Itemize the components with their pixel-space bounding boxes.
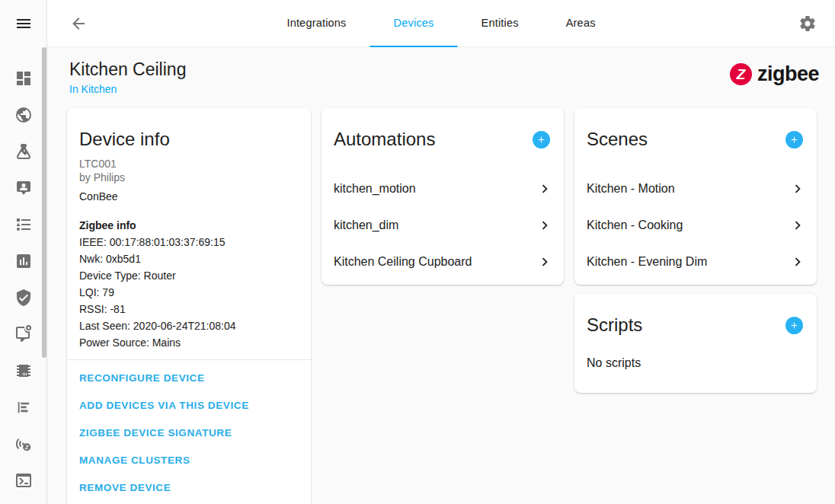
- chevron-right-icon: [789, 180, 806, 197]
- top-bar: Integrations Devices Entities Areas: [47, 0, 835, 47]
- sidebar-nav: Z: [0, 47, 46, 499]
- add-devices-via-device-button[interactable]: Add Devices Via This Device: [67, 391, 261, 419]
- device-model: LTC001: [79, 157, 299, 171]
- attr-rssi: RSSI: -81: [79, 301, 299, 317]
- scene-label: Kitchen - Motion: [587, 182, 675, 196]
- list-bulleted-icon: [14, 215, 33, 234]
- automations-card: Automations kitchen_motion kitchen_dim: [322, 108, 564, 285]
- flask-icon: [14, 142, 33, 161]
- dashboard-icon: [14, 69, 33, 88]
- area-link[interactable]: In Kitchen: [69, 83, 117, 95]
- chevron-right-icon: [536, 180, 553, 197]
- main-area: Integrations Devices Entities Areas Kitc…: [47, 0, 835, 504]
- tab-areas[interactable]: Areas: [542, 0, 619, 47]
- tab-devices[interactable]: Devices: [370, 0, 458, 47]
- tab-entities[interactable]: Entities: [458, 0, 542, 47]
- automation-label: kitchen_dim: [334, 219, 398, 232]
- plus-icon: [536, 135, 546, 145]
- device-manufacturer: by Philips: [79, 171, 299, 184]
- hamburger-icon: [14, 14, 33, 33]
- sidebar: Z: [0, 0, 47, 504]
- automation-row[interactable]: Kitchen Ceiling Cupboard: [322, 244, 564, 280]
- chart-timeline-icon: [14, 398, 33, 416]
- manage-clusters-button[interactable]: Manage Clusters: [67, 446, 203, 474]
- sidebar-item-appdaemon[interactable]: [0, 352, 46, 389]
- sidebar-item-supervisor[interactable]: [0, 279, 46, 316]
- attr-device-type: Device Type: Router: [79, 267, 299, 284]
- plus-icon: [789, 135, 799, 145]
- config-tabs: Integrations Devices Entities Areas: [263, 0, 619, 47]
- back-button[interactable]: [69, 14, 88, 33]
- zigbee-device-signature-button[interactable]: Zigbee Device Signature: [67, 419, 244, 446]
- scene-row[interactable]: Kitchen - Cooking: [574, 207, 817, 244]
- poll-box-icon: [14, 252, 33, 270]
- add-automation-button[interactable]: [533, 131, 550, 148]
- scene-label: Kitchen - Cooking: [587, 219, 683, 232]
- sidebar-scrollbar[interactable]: [42, 47, 46, 358]
- comment-eye-icon: [14, 325, 33, 343]
- automation-label: Kitchen Ceiling Cupboard: [334, 255, 472, 269]
- scene-row[interactable]: Kitchen - Motion: [574, 171, 817, 207]
- attr-lqi: LQI: 79: [79, 284, 299, 301]
- attr-ieee: IEEE: 00:17:88:01:03:37:69:15: [79, 234, 299, 250]
- scenes-list: Kitchen - Motion Kitchen - Cooking Kitch…: [574, 171, 817, 285]
- tab-integrations[interactable]: Integrations: [263, 0, 370, 47]
- right-column: Scenes Kitchen - Motion Kitchen - Cookin…: [574, 108, 817, 393]
- sidebar-item-nodered[interactable]: [0, 389, 46, 426]
- sidebar-item-zigbee2mqtt[interactable]: Z: [0, 426, 46, 462]
- sidebar-item-terminal[interactable]: [0, 462, 46, 499]
- zigbee-info-heading: Zigbee info: [79, 219, 299, 232]
- account-badge-icon: [14, 179, 33, 197]
- sidebar-item-person[interactable]: [0, 170, 46, 206]
- automation-row[interactable]: kitchen_dim: [322, 207, 564, 244]
- chevron-right-icon: [789, 254, 806, 270]
- sidebar-item-history[interactable]: [0, 243, 46, 279]
- scene-row[interactable]: Kitchen - Evening Dim: [574, 244, 817, 280]
- zigbee-wordmark: zigbee: [757, 62, 819, 86]
- zigbee-attributes: IEEE: 00:17:88:01:03:37:69:15 Nwk: 0xb5d…: [79, 234, 299, 351]
- card-columns: Device info LTC001 by Philips ConBee Zig…: [67, 108, 817, 504]
- attr-power-source: Power Source: Mains: [79, 334, 299, 351]
- attr-nwk: Nwk: 0xb5d1: [79, 250, 299, 267]
- sidebar-item-logbook[interactable]: [0, 206, 46, 243]
- chevron-right-icon: [536, 254, 553, 270]
- page-title: Kitchen Ceiling: [69, 58, 186, 81]
- sidebar-item-developer[interactable]: [0, 133, 46, 170]
- page-header: Kitchen Ceiling In Kitchen Z zigbee: [47, 47, 835, 96]
- add-script-button[interactable]: [785, 317, 803, 334]
- terminal-icon: [14, 471, 33, 490]
- arrow-left-icon: [69, 14, 88, 33]
- scripts-empty-text: No scripts: [574, 337, 817, 393]
- zigbee-logo: Z zigbee: [730, 62, 819, 86]
- sidebar-item-map[interactable]: [0, 97, 46, 133]
- zigbee-logo-icon: Z: [730, 63, 752, 85]
- scene-label: Kitchen - Evening Dim: [587, 255, 707, 269]
- settings-button[interactable]: [798, 14, 817, 33]
- sidebar-item-overview[interactable]: [0, 60, 46, 97]
- gear-icon: [798, 14, 817, 33]
- earth-icon: [14, 106, 33, 124]
- app-window: Z Integrations Devices Entities Areas: [0, 0, 835, 504]
- device-actions: Reconfigure Device Add Devices Via This …: [67, 360, 311, 504]
- zigbee-signal-icon: Z: [14, 435, 33, 453]
- reconfigure-device-button[interactable]: Reconfigure Device: [67, 364, 217, 391]
- hamburger-menu-button[interactable]: [0, 0, 47, 47]
- page-content: Kitchen Ceiling In Kitchen Z zigbee Devi…: [47, 47, 835, 504]
- svg-text:Z: Z: [24, 444, 29, 451]
- add-scene-button[interactable]: [785, 131, 803, 148]
- sidebar-item-configuration[interactable]: [0, 316, 46, 352]
- scenes-card: Scenes Kitchen - Motion Kitchen - Cookin…: [574, 108, 817, 285]
- shield-check-icon: [14, 289, 33, 307]
- automation-row[interactable]: kitchen_motion: [322, 171, 564, 207]
- chevron-right-icon: [789, 217, 806, 234]
- scripts-card: Scripts No scripts: [574, 294, 817, 393]
- automations-title: Automations: [334, 128, 435, 151]
- attr-last-seen: Last Seen: 2020-06-24T21:08:04: [79, 317, 299, 334]
- chip-icon: [14, 362, 33, 380]
- scripts-title: Scripts: [587, 314, 642, 337]
- scenes-title: Scenes: [587, 128, 648, 151]
- remove-device-button[interactable]: Remove Device: [67, 474, 183, 501]
- device-integration: ConBee: [79, 190, 299, 203]
- chevron-right-icon: [536, 217, 553, 234]
- automations-list: kitchen_motion kitchen_dim Kitchen Ceili…: [322, 171, 564, 285]
